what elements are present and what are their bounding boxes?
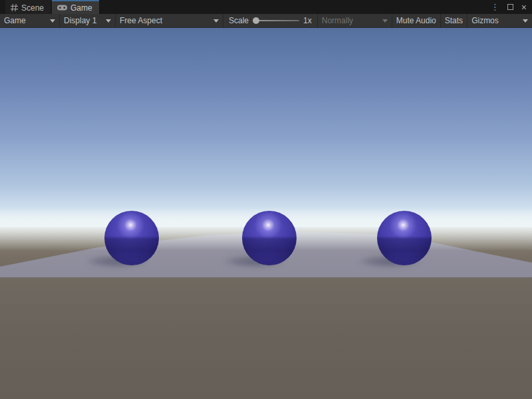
scale-slider-track[interactable] (253, 20, 299, 21)
tab-game-label: Game (70, 3, 92, 13)
close-icon[interactable]: × (521, 3, 527, 12)
scale-value: 1x (303, 16, 312, 25)
stats-button[interactable]: Stats (441, 14, 467, 27)
display-target-label: Display 1 (64, 16, 96, 25)
mute-audio-button[interactable]: Mute Audio (392, 14, 441, 27)
stats-label: Stats (445, 16, 463, 25)
mute-audio-label: Mute Audio (396, 16, 436, 25)
gizmos-dropdown[interactable]: Gizmos (467, 14, 532, 27)
scene-grid-icon (11, 4, 18, 11)
maximize-on-play-label: Normally (322, 16, 353, 25)
chevron-down-icon (106, 19, 111, 23)
display-mode-dropdown[interactable]: Game (0, 14, 60, 27)
display-target-dropdown[interactable]: Display 1 (60, 14, 116, 27)
chevron-down-icon (382, 19, 388, 23)
scale-slider-thumb[interactable] (253, 17, 259, 24)
tab-game[interactable]: Game (52, 0, 99, 14)
chevron-down-icon (50, 19, 55, 23)
game-view-toolbar: Game Display 1 Free Aspect Scale 1x Norm… (0, 14, 532, 28)
chevron-down-icon (523, 19, 528, 23)
panel-menu-icon[interactable]: ⋮ (491, 3, 499, 11)
scale-control: Scale 1x (223, 14, 318, 27)
aspect-ratio-dropdown[interactable]: Free Aspect (116, 14, 223, 27)
tab-scene-label: Scene (21, 3, 44, 13)
scale-label: Scale (229, 16, 249, 25)
scale-slider[interactable] (253, 17, 299, 24)
unity-game-panel: Scene Game ⋮ × Game Display 1 (0, 0, 532, 399)
display-mode-label: Game (4, 16, 26, 25)
gizmos-label: Gizmos (471, 16, 499, 25)
tab-scene[interactable]: Scene (5, 0, 51, 14)
blue-sphere-2 (242, 211, 297, 265)
chevron-down-icon (213, 19, 219, 23)
game-render-viewport[interactable] (0, 28, 532, 399)
panel-tab-bar: Scene Game ⋮ × (0, 0, 532, 14)
maximize-icon[interactable] (507, 3, 513, 11)
maximize-on-play-dropdown[interactable]: Normally (318, 14, 392, 27)
game-gamepad-icon (57, 5, 67, 11)
window-controls: ⋮ × (491, 0, 532, 14)
aspect-ratio-label: Free Aspect (120, 16, 162, 25)
tab-bar-spacer (99, 0, 491, 14)
blue-sphere-1 (104, 211, 159, 265)
blue-sphere-3 (377, 211, 432, 265)
